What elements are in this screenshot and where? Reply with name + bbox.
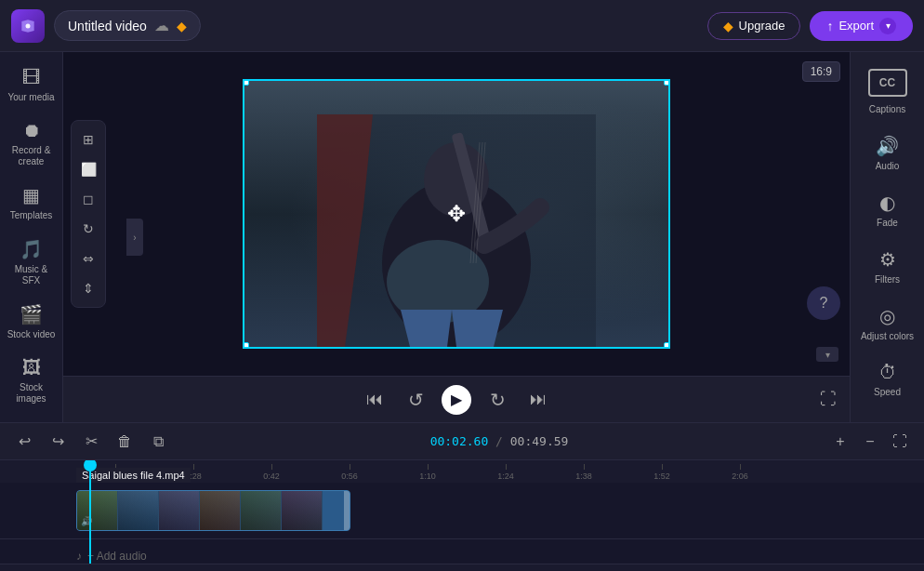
- redo-button[interactable]: ↪: [45, 429, 71, 455]
- export-button[interactable]: ↑ Export ▾: [810, 11, 913, 41]
- panel-item-speed[interactable]: ⏱ Speed: [855, 352, 920, 406]
- video-track-row: Saigal blues file 4.mp4 🔊: [0, 483, 924, 538]
- ruler-mark: 2:06: [701, 464, 779, 481]
- zoom-in-button[interactable]: +: [827, 429, 853, 455]
- sidebar-expand-button[interactable]: ›: [126, 219, 143, 256]
- playhead[interactable]: [89, 460, 91, 564]
- delete-button[interactable]: 🗑: [112, 429, 138, 455]
- stock-images-icon: 🖼: [22, 357, 41, 378]
- time-current: 00:02.60: [430, 434, 489, 448]
- shape-tool-button[interactable]: ◻: [75, 186, 101, 212]
- video-clip[interactable]: 🔊: [76, 490, 350, 531]
- panel-item-fade[interactable]: ◐ Fade: [855, 182, 920, 237]
- fullscreen-button[interactable]: ⛶: [820, 390, 837, 409]
- right-panel: CC Captions 🔊 Audio ◐ Fade ⚙ Filters ◎ A…: [850, 52, 924, 422]
- filters-icon: ⚙: [879, 248, 896, 271]
- ruler-mark: 1:10: [389, 464, 467, 481]
- ruler-mark: 0:56: [310, 464, 389, 481]
- clip-thumb: [282, 491, 323, 530]
- panel-toggle-button[interactable]: ▾: [816, 347, 838, 362]
- gem-icon: ◆: [723, 19, 733, 33]
- ruler-mark: 0:42: [232, 464, 310, 481]
- panel-item-audio[interactable]: 🔊 Audio: [855, 126, 920, 180]
- clip-end-handle[interactable]: [344, 491, 350, 530]
- panel-item-captions[interactable]: CC Captions: [855, 60, 920, 124]
- timeline-fullscreen-button[interactable]: ⛶: [887, 429, 913, 455]
- topbar: Untitled video ☁ ◆ ◆ Upgrade ↑ Export ▾: [0, 0, 924, 52]
- time-total: 00:49.59: [510, 434, 569, 448]
- video-title: Untitled video: [68, 19, 147, 33]
- timeline-content: 0:14 0:28 0:42 0:56 1:10: [0, 460, 924, 564]
- clip-thumbnails: [77, 491, 323, 530]
- video-frame-container[interactable]: ✥: [243, 79, 670, 349]
- stock-video-icon: 🎬: [20, 303, 43, 325]
- flip-v-button[interactable]: ⇕: [75, 275, 101, 301]
- crop-tool-button[interactable]: ⬜: [75, 156, 101, 182]
- video-content: ✥: [244, 81, 668, 347]
- zoom-out-button[interactable]: −: [857, 429, 883, 455]
- forward-button[interactable]: ↻: [482, 385, 512, 415]
- video-frame: ✥: [243, 79, 670, 349]
- app-logo: [11, 9, 45, 43]
- handle-top-left[interactable]: [243, 79, 249, 86]
- rotate-tool-button[interactable]: ↻: [75, 216, 101, 242]
- flip-h-button[interactable]: ⇔: [75, 246, 101, 272]
- sidebar-item-your-media[interactable]: 🎞 Your media: [4, 60, 59, 111]
- add-audio-label: + Add audio: [87, 550, 147, 563]
- undo-button[interactable]: ↩: [11, 429, 37, 455]
- playback-controls: ⏮ ↺ ▶ ↻ ⏭ ⛶: [63, 376, 850, 422]
- handle-bottom-left[interactable]: [243, 342, 249, 349]
- ruler-mark: 1:38: [545, 464, 623, 481]
- adjust-colors-icon: ◎: [879, 305, 895, 327]
- clip-thumb: [159, 491, 200, 530]
- upgrade-button[interactable]: ◆ Upgrade: [707, 12, 801, 40]
- zoom-controls: + − ⛶: [827, 429, 913, 455]
- cloud-icon: ☁: [154, 17, 169, 34]
- speed-icon: ⏱: [878, 362, 897, 383]
- left-sidebar: 🎞 Your media ⏺ Record & create ▦ Templat…: [0, 52, 63, 422]
- panel-item-filters[interactable]: ⚙ Filters: [855, 239, 920, 294]
- rewind-button[interactable]: ↺: [401, 385, 430, 415]
- clip-thumb: [200, 491, 241, 530]
- sidebar-item-templates[interactable]: ▦ Templates: [4, 177, 59, 229]
- skip-back-button[interactable]: ⏮: [360, 385, 389, 415]
- add-audio-row[interactable]: ♪ + Add audio: [0, 538, 924, 564]
- display-tool-button[interactable]: ⊞: [75, 126, 101, 153]
- help-button[interactable]: ?: [807, 286, 840, 320]
- export-icon: ↑: [826, 19, 833, 33]
- sidebar-item-stock-video[interactable]: 🎬 Stock video: [4, 296, 59, 348]
- audio-icon: 🔊: [876, 135, 899, 157]
- video-track-content: Saigal blues file 4.mp4 🔊: [76, 483, 924, 538]
- main-area: 🎞 Your media ⏺ Record & create ▦ Templat…: [0, 52, 924, 422]
- skip-forward-button[interactable]: ⏭: [523, 385, 553, 415]
- timeline-toolbar: ↩ ↪ ✂ 🗑 ⧉ 00:02.60 / 00:49.59 + − ⛶: [0, 423, 924, 460]
- sidebar-item-record-create[interactable]: ⏺ Record & create: [4, 113, 59, 175]
- editor-area: 16:9 ⊞ ⬜ ◻ ↻ ⇔ ⇕: [63, 52, 850, 422]
- aspect-ratio-badge[interactable]: 16:9: [802, 61, 840, 82]
- time-display: 00:02.60 / 00:49.59: [430, 434, 569, 448]
- timeline-scrollbar[interactable]: [0, 564, 924, 571]
- captions-icon: CC: [868, 69, 907, 97]
- sidebar-item-text[interactable]: T Text: [4, 414, 59, 422]
- ruler-mark: 1:24: [467, 464, 545, 481]
- canvas-tools: ⊞ ⬜ ◻ ↻ ⇔ ⇕: [71, 120, 106, 308]
- export-chevron-icon: ▾: [879, 18, 896, 34]
- cut-button[interactable]: ✂: [78, 429, 104, 455]
- handle-bottom-right[interactable]: [664, 342, 670, 349]
- svg-point-0: [26, 23, 31, 28]
- music-icon: 🎵: [20, 238, 43, 260]
- video-visual: [317, 114, 596, 347]
- sidebar-item-music-sfx[interactable]: 🎵 Music & SFX: [4, 231, 59, 294]
- timeline-area: ↩ ↪ ✂ 🗑 ⧉ 00:02.60 / 00:49.59 + − ⛶: [0, 422, 924, 571]
- clip-thumb: [118, 491, 159, 530]
- ruler-mark: 1:52: [623, 464, 701, 481]
- copy-button[interactable]: ⧉: [145, 429, 171, 455]
- premium-badge: ◆: [177, 19, 187, 33]
- handle-top-right[interactable]: [664, 79, 670, 86]
- panel-item-adjust-colors[interactable]: ◎ Adjust colors: [855, 296, 920, 351]
- title-pill[interactable]: Untitled video ☁ ◆: [54, 10, 201, 41]
- sidebar-item-stock-images[interactable]: 🖼 Stock images: [4, 350, 59, 412]
- play-pause-button[interactable]: ▶: [442, 385, 471, 415]
- templates-icon: ▦: [22, 184, 40, 206]
- clip-thumb: [241, 491, 282, 530]
